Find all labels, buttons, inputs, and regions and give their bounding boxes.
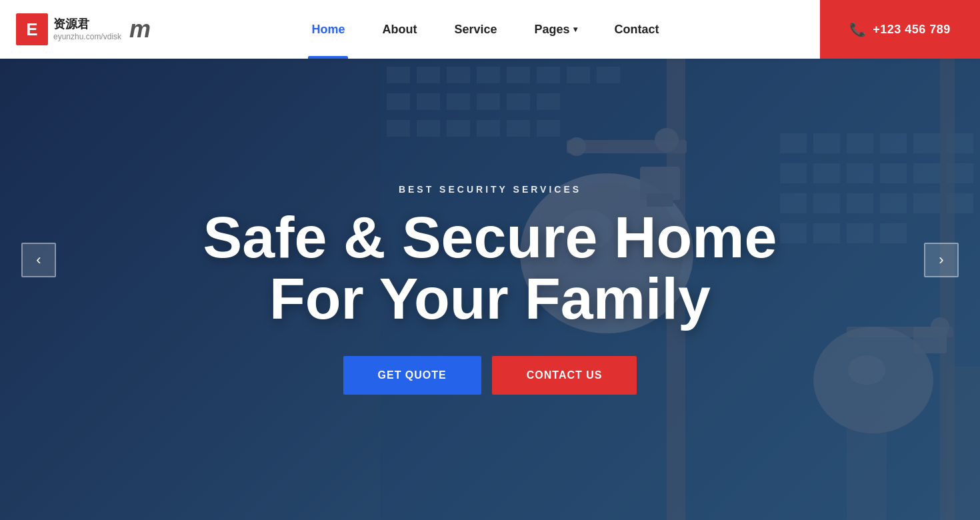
main-nav: Home About Service Pages ▾ Contact <box>151 0 820 59</box>
hero-title: Safe & Secure Home For Your Family <box>203 207 777 330</box>
nav-item-about[interactable]: About <box>363 0 435 59</box>
nav-item-home[interactable]: Home <box>293 0 363 59</box>
nav-item-service[interactable]: Service <box>435 0 515 59</box>
logo-text: 资源君 eyunzhu.com/vdisk <box>53 17 121 41</box>
logo-sub-text: eyunzhu.com/vdisk <box>53 32 121 41</box>
hero-title-line1: Safe & Secure Home <box>203 204 777 270</box>
carousel-next-button[interactable]: › <box>924 243 959 277</box>
phone-number: +123 456 789 <box>873 23 951 37</box>
logo-box: E <box>16 13 48 45</box>
chevron-down-icon: ▾ <box>573 25 577 34</box>
phone-icon: 📞 <box>849 21 866 37</box>
logo-cn-text: 资源君 <box>53 17 121 32</box>
hero-content: BEST SECURITY SERVICES Safe & Secure Hom… <box>0 59 980 520</box>
hero-title-line2: For Your Family <box>269 265 711 331</box>
hero-section: E 资源君 eyunzhu.com/vdisk m Home About Ser… <box>0 0 980 520</box>
logo-m-letter: m <box>129 15 151 43</box>
left-arrow-icon: ‹ <box>36 251 41 269</box>
right-arrow-icon: › <box>939 251 943 269</box>
nav-item-pages[interactable]: Pages ▾ <box>516 0 596 59</box>
logo-letter: E <box>26 19 37 40</box>
carousel-prev-button[interactable]: ‹ <box>21 243 56 277</box>
logo-area: E 资源君 eyunzhu.com/vdisk m <box>0 13 151 45</box>
contact-us-button[interactable]: Contact Us <box>492 356 637 395</box>
hero-buttons: Get Quote Contact Us <box>343 356 637 395</box>
nav-item-contact[interactable]: Contact <box>596 0 678 59</box>
header: E 资源君 eyunzhu.com/vdisk m Home About Ser… <box>0 0 980 59</box>
get-quote-button[interactable]: Get Quote <box>343 356 481 395</box>
phone-cta[interactable]: 📞 +123 456 789 <box>820 0 980 59</box>
hero-subtitle: BEST SECURITY SERVICES <box>399 184 581 195</box>
